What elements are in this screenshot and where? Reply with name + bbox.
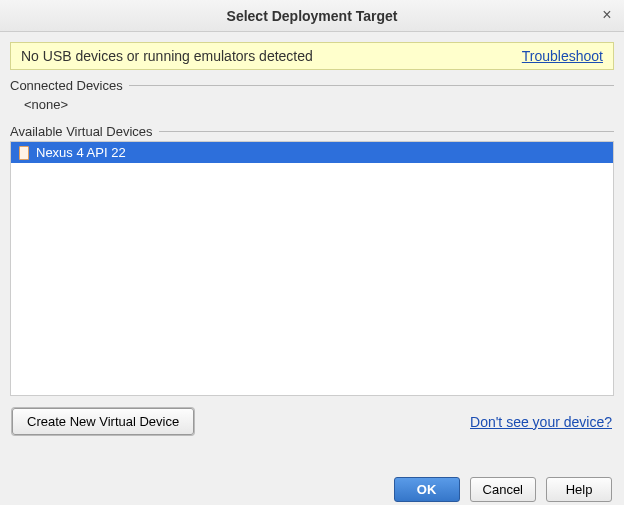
available-devices-header: Available Virtual Devices xyxy=(10,124,614,139)
close-icon[interactable]: × xyxy=(598,6,616,24)
dialog-button-bar: OK Cancel Help xyxy=(0,459,624,505)
dialog-content: No USB devices or running emulators dete… xyxy=(0,32,624,441)
notice-message: No USB devices or running emulators dete… xyxy=(21,48,313,64)
connected-devices-header: Connected Devices xyxy=(10,78,614,93)
ok-button[interactable]: OK xyxy=(394,477,460,502)
device-name: Nexus 4 API 22 xyxy=(36,145,126,160)
device-list[interactable]: Nexus 4 API 22 xyxy=(10,141,614,396)
titlebar: Select Deployment Target × xyxy=(0,0,624,32)
help-button[interactable]: Help xyxy=(546,477,612,502)
dont-see-device-link[interactable]: Don't see your device? xyxy=(470,414,612,430)
available-devices-label: Available Virtual Devices xyxy=(10,124,153,139)
create-virtual-device-button[interactable]: Create New Virtual Device xyxy=(12,408,194,435)
bottom-row: Create New Virtual Device Don't see your… xyxy=(10,408,614,435)
notice-banner: No USB devices or running emulators dete… xyxy=(10,42,614,70)
divider xyxy=(129,85,614,86)
troubleshoot-link[interactable]: Troubleshoot xyxy=(522,48,603,64)
phone-icon xyxy=(19,146,29,160)
device-row-selected[interactable]: Nexus 4 API 22 xyxy=(11,142,613,163)
cancel-button[interactable]: Cancel xyxy=(470,477,536,502)
dialog-title: Select Deployment Target xyxy=(227,8,398,24)
connected-devices-none: <none> xyxy=(10,93,614,116)
connected-devices-label: Connected Devices xyxy=(10,78,123,93)
divider xyxy=(159,131,614,132)
